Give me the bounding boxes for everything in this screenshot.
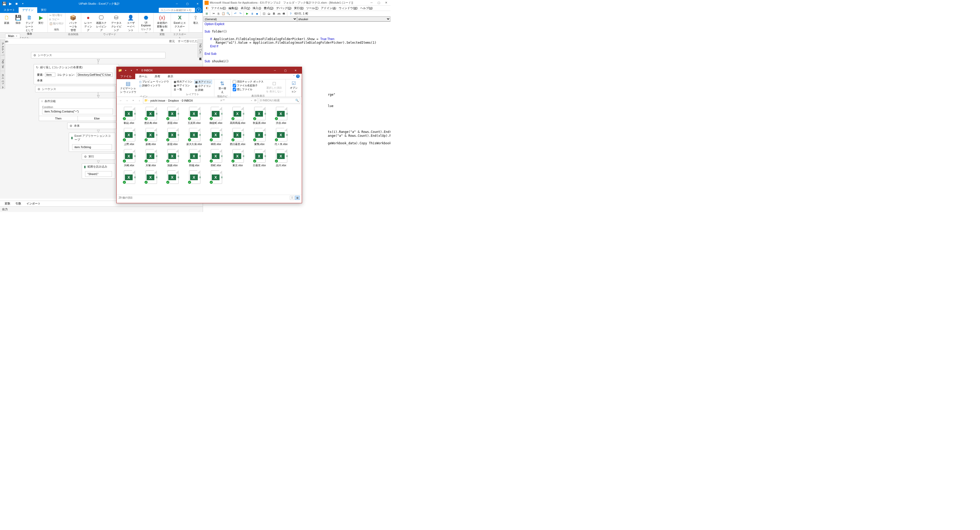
design-mode-icon[interactable]: ◫ xyxy=(262,12,266,16)
stop-icon[interactable]: ■ xyxy=(255,12,259,16)
maximize-button[interactable]: ▢ xyxy=(375,1,382,4)
menu-format[interactable]: 書式(O) xyxy=(262,6,275,11)
file-item[interactable]: X✓御徒町.xlsx xyxy=(206,106,226,125)
tab-arguments[interactable]: 引数 xyxy=(13,201,24,206)
activity-sequence-1[interactable]: ⚙シーケンス xyxy=(31,52,165,59)
paste-button[interactable]: 📋 貼り付け xyxy=(49,22,64,25)
file-item[interactable]: X✓東京.xlsx xyxy=(228,149,247,167)
address-bar[interactable]: 📁› yoichi inoue› Dropbox› 0 INBOX ⌄ ⟳ xyxy=(143,98,258,103)
user-events-button[interactable]: 👤ユーザーイベント xyxy=(125,13,137,33)
view-details[interactable]: ☷ 詳細 xyxy=(194,88,212,92)
activity-read-range[interactable]: ▮範囲を読み込み "Sheet1" xyxy=(82,163,115,179)
run-icon[interactable]: ▶ xyxy=(7,0,13,7)
file-item[interactable]: X✓ xyxy=(163,170,182,185)
item-input[interactable] xyxy=(45,73,55,77)
new-folder-icon[interactable]: ▪ xyxy=(129,68,134,72)
file-item[interactable]: X✓駒込.xlsx xyxy=(119,106,139,125)
file-item[interactable]: X✓新大久保.xlsx xyxy=(185,127,204,146)
details-view-button[interactable]: ☷ xyxy=(290,196,294,200)
run-icon[interactable]: ▶ xyxy=(245,12,249,16)
file-item[interactable]: X✓品川.xlsx xyxy=(271,149,291,167)
file-item[interactable]: X✓神田.xlsx xyxy=(206,127,226,146)
project-explorer-icon[interactable]: 🗂 xyxy=(267,12,271,16)
object-combo[interactable]: (General) xyxy=(204,16,297,21)
menu-insert[interactable]: 挿入(I) xyxy=(251,6,262,11)
save-icon[interactable]: 💾 xyxy=(1,0,7,7)
preview-pane-button[interactable]: ◫プレビュー ウィンドウ xyxy=(139,80,169,83)
maximize-button[interactable]: ▢ xyxy=(182,0,192,7)
tab-design[interactable]: デザイン xyxy=(19,7,37,13)
deploy-button[interactable]: ⇪導入 xyxy=(191,13,201,25)
cb-hidden[interactable]: 隠しファイル xyxy=(233,88,264,91)
doctab-main[interactable]: Main× xyxy=(5,33,20,38)
close-button[interactable]: ✕ xyxy=(290,67,301,74)
new-button[interactable]: 🗋新規 xyxy=(2,13,12,25)
file-item[interactable]: X✓ xyxy=(119,170,139,185)
view-list[interactable]: ☰ 一覧 xyxy=(173,88,193,91)
collapse-all-button[interactable]: すべて折りたたみ xyxy=(178,39,200,43)
file-item[interactable]: X✓高田馬場.xlsx xyxy=(228,106,247,125)
collection-input[interactable] xyxy=(76,73,113,77)
else-branch[interactable]: Else xyxy=(78,116,116,121)
help-icon[interactable]: ? xyxy=(296,75,300,78)
file-list[interactable]: X✓駒込.xlsxX✓恵比寿.xlsxX✓原宿.xlsxX✓五反田.xlsxX✓… xyxy=(117,104,302,195)
output-panel-tab[interactable]: 出力 xyxy=(0,206,203,212)
redo-icon[interactable]: ↷ xyxy=(238,12,242,16)
detail-pane-button[interactable]: ◫詳細ウィンドウ xyxy=(139,84,169,88)
activity-excel-scope[interactable]: ▮Excel アプリケーションスコープ item.ToString xyxy=(69,133,115,152)
manage-packages-button[interactable]: 📦パッケージを管理 xyxy=(67,13,80,33)
refresh-button[interactable]: ⟳ xyxy=(254,99,256,102)
cut-button[interactable]: ✂ 切り取り xyxy=(49,13,64,17)
menu-edit[interactable]: 編集(E) xyxy=(227,6,239,11)
sort-button[interactable]: ⇅並べ替え xyxy=(216,80,228,94)
file-item[interactable]: X✓秋葉原.xlsx xyxy=(250,106,269,125)
recent-button[interactable]: ▾ xyxy=(130,99,136,102)
menu-window[interactable]: ウィンドウ(W) xyxy=(337,6,359,11)
panel-snippets[interactable]: スニペット xyxy=(0,71,5,89)
file-item[interactable]: X✓池袋.xlsx xyxy=(163,149,182,167)
stop-icon[interactable]: ■ xyxy=(13,0,20,7)
file-item[interactable]: X✓渋谷.xlsx xyxy=(271,106,291,125)
nav-pane-button[interactable]: ▤ナビゲーション ウィンドウ xyxy=(119,80,138,94)
tab-view[interactable]: 表示 xyxy=(164,74,177,79)
run-button[interactable]: ▶実行 xyxy=(36,13,46,25)
file-item[interactable]: X✓原宿.xlsx xyxy=(163,106,182,125)
minimize-button[interactable]: ─ xyxy=(172,0,182,7)
toolbox-icon[interactable]: 🛠 xyxy=(282,12,286,16)
procedure-combo[interactable]: shuukei xyxy=(297,16,391,21)
file-item[interactable]: X✓大塚.xlsx xyxy=(141,149,161,167)
save-template-button[interactable]: 🗎テンプレートとして保存 xyxy=(24,13,35,36)
tab-start[interactable]: スタート xyxy=(0,7,19,13)
maximize-button[interactable]: ▢ xyxy=(280,67,290,74)
up-button[interactable]: ↑ xyxy=(137,99,142,102)
panel-outline[interactable]: 概要 xyxy=(197,54,203,57)
file-item[interactable]: X✓巣鴨.xlsx xyxy=(250,127,269,146)
file-item[interactable]: X✓ xyxy=(141,170,161,185)
find-icon[interactable]: 🔍 xyxy=(226,12,231,16)
help-icon[interactable]: ? xyxy=(196,8,201,13)
file-item[interactable]: X✓田端.xlsx xyxy=(185,149,204,167)
copy-button[interactable]: ⎘ コピー xyxy=(49,18,64,21)
ui-explorer-button[interactable]: ⬣UI Explorer xyxy=(140,13,152,27)
activity-if[interactable]: ⑂条件分岐 Condition item.ToString.Contains("… xyxy=(39,98,116,121)
file-item[interactable]: X✓田町.xlsx xyxy=(206,149,226,167)
options-button[interactable]: ☑オプション xyxy=(288,80,299,96)
pause-icon[interactable]: ⏸ xyxy=(250,12,254,16)
tab-file[interactable]: ファイル xyxy=(117,74,135,79)
menu-help[interactable]: ヘルプ(H) xyxy=(359,6,374,11)
activity-body[interactable]: ⚙本体 xyxy=(67,123,116,129)
hide-selected-button[interactable]: ◻選択した項目を 表示しない xyxy=(265,80,284,94)
cb-extensions[interactable]: ファイル名拡張子 xyxy=(233,84,264,88)
file-item[interactable]: X✓代々木.xlsx xyxy=(271,127,291,146)
icons-view-button[interactable]: ▦ xyxy=(295,196,300,200)
path-segment[interactable]: Dropbox xyxy=(167,99,180,102)
restore-button[interactable]: 復元 xyxy=(169,39,175,43)
save-button[interactable]: 💾保存 xyxy=(13,13,23,25)
help-icon[interactable]: ? xyxy=(289,12,293,16)
tab-share[interactable]: 共有 xyxy=(151,74,164,79)
condition-input[interactable]: item.ToString.Contains("~") xyxy=(42,108,113,114)
search-input[interactable]: 0 INBOXの検索 🔍 xyxy=(259,98,300,103)
recording-button[interactable]: ●レコーディング xyxy=(83,13,94,33)
file-item[interactable]: X✓新橋.xlsx xyxy=(141,127,161,146)
export-excel-button[interactable]: XExcel にエクスポート xyxy=(172,13,187,33)
